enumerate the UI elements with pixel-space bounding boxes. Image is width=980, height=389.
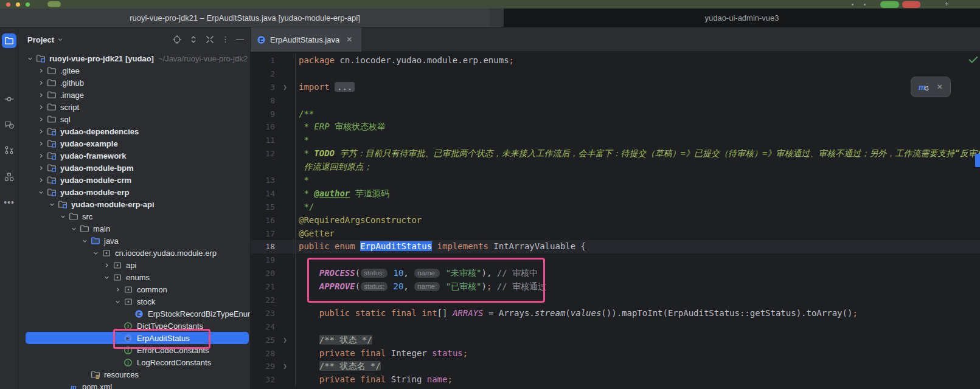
tree-item-yudao-module-crm[interactable]: yudao-module-crm xyxy=(18,174,250,186)
tree-item-yudao-example[interactable]: yudao-example xyxy=(18,137,250,150)
code-line-10[interactable]: 10 * ERP 审核状态枚举 xyxy=(251,120,980,134)
chevron-right-icon[interactable] xyxy=(101,262,112,269)
chevron-right-icon[interactable] xyxy=(112,286,123,293)
chevron-down-icon[interactable] xyxy=(68,225,79,232)
code-line-21[interactable]: 21 APPROVE(status: 20, name: "已审核"); // … xyxy=(251,280,980,294)
maven-reload-widget[interactable]: m ✕ xyxy=(911,77,951,97)
chevron-right-icon[interactable] xyxy=(35,80,46,86)
code-line-28[interactable]: 28 private final Integer status; xyxy=(251,347,980,360)
titlebar-inactive-window[interactable]: yudao-ui-admin-vue3 xyxy=(504,9,980,27)
chevron-down-icon[interactable] xyxy=(35,189,46,196)
code-line-16[interactable]: 16@RequiredArgsConstructor xyxy=(251,214,980,227)
chevron-right-icon[interactable] xyxy=(35,104,46,111)
traffic-light-zoom-icon[interactable] xyxy=(26,2,30,7)
tree-item-yudao-module-erp[interactable]: yudao-module-erp xyxy=(18,186,250,198)
code-viewport[interactable]: 1package cn.iocoder.yudao.module.erp.enu… xyxy=(251,52,980,389)
tree-item-java[interactable]: java xyxy=(18,235,250,247)
tree-item-script[interactable]: script xyxy=(18,101,250,113)
tree-item-common[interactable]: common xyxy=(18,283,250,295)
tree-item-enums[interactable]: enums xyxy=(18,271,250,283)
chevron-down-icon[interactable] xyxy=(46,201,57,208)
tree-item-errorcodeconstants[interactable]: IErrorCodeConstants xyxy=(18,344,250,356)
tab-erpauditstatus[interactable]: E ErpAuditStatus.java ✕ xyxy=(251,27,361,52)
chevron-right-icon[interactable] xyxy=(35,116,46,123)
chevron-down-icon[interactable] xyxy=(79,238,90,244)
fold-arrow-icon[interactable]: ❯ xyxy=(275,334,295,347)
code-line-3[interactable]: 3❯import ... xyxy=(251,81,980,94)
tree-item-yudao-module-erp-api[interactable]: yudao-module-erp-api xyxy=(18,198,250,210)
code-line-8[interactable]: 8 xyxy=(251,94,980,108)
menubar-red-badge-icon[interactable] xyxy=(902,1,920,8)
chevron-right-icon[interactable] xyxy=(35,140,46,147)
code-line-12[interactable]: 12 * TODO 芋艿：目前只有待审批、已审批两个状态，未来接入工作流后，会丰… xyxy=(251,147,980,160)
inspections-ok-icon[interactable] xyxy=(968,54,979,65)
code-line-9[interactable]: 9/** xyxy=(251,108,980,121)
project-panel-title[interactable]: Project xyxy=(27,35,54,44)
locate-icon[interactable] xyxy=(172,35,182,44)
chevron-down-icon[interactable] xyxy=(112,298,123,305)
chevron-right-icon[interactable] xyxy=(35,92,46,98)
hide-icon[interactable]: — xyxy=(236,35,244,44)
chevron-down-icon[interactable] xyxy=(57,213,68,220)
tree-item-stock[interactable]: stock xyxy=(18,295,250,308)
tree-item-sql[interactable]: sql xyxy=(18,113,250,125)
widget-close-icon[interactable]: ✕ xyxy=(937,83,943,91)
code-line-29[interactable]: 29❯ /** 状态名 */ xyxy=(251,360,980,373)
code-line-15[interactable]: 15 */ xyxy=(251,201,980,214)
tree-item-.github[interactable]: .github xyxy=(18,77,250,89)
code-line-25[interactable]: 25❯ /** 状态 */ xyxy=(251,334,980,347)
tree-item-src[interactable]: src xyxy=(18,210,250,222)
code-line-24[interactable]: 24 xyxy=(251,320,980,334)
tool-pull-requests-button[interactable] xyxy=(2,143,16,157)
chevron-down-icon[interactable] xyxy=(24,55,35,62)
tree-item-yudao-module-bpm[interactable]: yudao-module-bpm xyxy=(18,162,250,174)
fold-arrow-icon[interactable]: ❯ xyxy=(275,81,295,94)
tree-item-ruoyi-vue-pro-jdk21-yudao-[interactable]: ruoyi-vue-pro-jdk21 [yudao]~/Java/ruoyi-… xyxy=(18,52,250,64)
tree-item-.image[interactable]: .image xyxy=(18,89,250,101)
code-line-20[interactable]: 20 PROCESS(status: 10, name: "未审核"), // … xyxy=(251,267,980,280)
chevron-right-icon[interactable] xyxy=(35,128,46,135)
code-line-2[interactable]: 2 xyxy=(251,67,980,81)
chevron-right-icon[interactable] xyxy=(35,165,46,171)
tree-item-.gitee[interactable]: .gitee xyxy=(18,64,250,77)
tree-item-yudao-framework[interactable]: yudao-framework xyxy=(18,150,250,162)
traffic-light-minimize-icon[interactable] xyxy=(16,2,20,7)
tree-item-main[interactable]: main xyxy=(18,222,250,235)
code-line-22[interactable]: 22 xyxy=(251,294,980,307)
tree-item-erpstockrecordbiztypeenum[interactable]: EErpStockRecordBizTypeEnum xyxy=(18,308,250,320)
tree-item-cn.iocoder.yudao.module.erp[interactable]: cn.iocoder.yudao.module.erp xyxy=(18,247,250,259)
chevron-down-icon[interactable] xyxy=(90,250,101,256)
tool-project-button[interactable] xyxy=(2,33,16,48)
menubar-green-badge-icon[interactable] xyxy=(880,1,899,8)
traffic-light-close-icon[interactable] xyxy=(6,2,10,7)
tree-item-erpauditstatus[interactable]: EErpAuditStatus xyxy=(26,332,249,344)
chevron-right-icon[interactable] xyxy=(35,153,46,159)
tool-commit-button[interactable] xyxy=(2,92,16,106)
maven-reload-icon[interactable]: m xyxy=(919,82,930,92)
code-line-14[interactable]: 14 * @author 芋道源码 xyxy=(251,187,980,201)
code-line-17[interactable]: 17@Getter xyxy=(251,227,980,241)
expand-collapse-icon[interactable] xyxy=(189,35,198,44)
tree-item-pom.xml[interactable]: mpom.xml xyxy=(18,380,250,389)
code-line-1[interactable]: 1package cn.iocoder.yudao.module.erp.enu… xyxy=(251,54,980,67)
chevron-down-icon[interactable] xyxy=(101,274,112,281)
titlebar-active-window[interactable]: ruoyi-vue-pro-jdk21 – ErpAuditStatus.jav… xyxy=(0,9,490,27)
tree-item-api[interactable]: api xyxy=(18,259,250,271)
code-line-32[interactable]: 32 private final String name; xyxy=(251,373,980,387)
chevron-right-icon[interactable] xyxy=(35,67,46,74)
code-line-19[interactable]: 19 xyxy=(251,253,980,267)
code-line-13[interactable]: 13 * xyxy=(251,174,980,187)
kebab-menu-icon[interactable]: ⋮ xyxy=(221,35,229,44)
code-line-wrap[interactable]: 作流退回到原点； xyxy=(251,160,980,174)
scrollbar-occurrence-marker[interactable] xyxy=(975,154,980,167)
tool-structure-button[interactable] xyxy=(2,170,16,184)
tool-more-button[interactable]: ••• xyxy=(2,195,16,210)
fold-arrow-icon[interactable]: ❯ xyxy=(275,360,295,373)
code-line-23[interactable]: 23 public static final int[] ARRAYS = Ar… xyxy=(251,307,980,320)
code-line-11[interactable]: 11 * xyxy=(251,134,980,147)
tree-item-dicttypeconstants[interactable]: IDictTypeConstants xyxy=(18,320,250,332)
tree-item-resources[interactable]: resources xyxy=(18,368,250,380)
chevron-right-icon[interactable] xyxy=(35,177,46,184)
chevron-down-icon[interactable] xyxy=(57,36,63,43)
tool-chat-button[interactable]: ? xyxy=(2,117,16,132)
